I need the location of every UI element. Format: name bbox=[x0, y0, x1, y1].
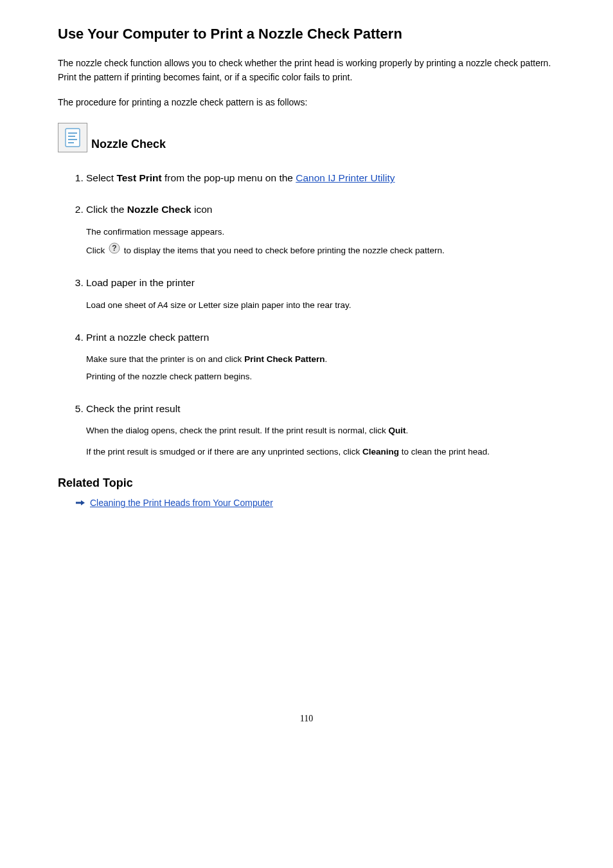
step-4-body-1b: . bbox=[324, 354, 327, 364]
step-2-body-2: Click ? to display the items that you ne… bbox=[86, 242, 555, 259]
printer-utility-link[interactable]: Canon IJ Printer Utility bbox=[296, 172, 395, 183]
help-icon: ? bbox=[109, 242, 120, 259]
step-2-title-post: icon bbox=[191, 204, 213, 215]
step-3-title: Load paper in the printer bbox=[86, 275, 555, 290]
intro-paragraph-2: The procedure for printing a nozzle chec… bbox=[58, 96, 555, 110]
step-2-body-1: The confirmation message appears. bbox=[86, 225, 555, 240]
step-5-body-1-bold: Quit bbox=[388, 426, 405, 435]
step-3: Load paper in the printer Load one sheet… bbox=[86, 275, 555, 312]
step-4: Print a nozzle check pattern Make sure t… bbox=[86, 330, 555, 384]
step-5-body-2b: to clean the print head. bbox=[399, 447, 490, 457]
step-5-body-2: If the print result is smudged or if the… bbox=[86, 445, 555, 460]
svg-rect-0 bbox=[66, 129, 80, 147]
arrow-right-icon bbox=[76, 500, 85, 506]
step-5-body-1b: . bbox=[405, 426, 408, 435]
step-5-body-1a: When the dialog opens, check the print r… bbox=[86, 426, 388, 435]
related-topic-row: Cleaning the Print Heads from Your Compu… bbox=[58, 498, 555, 508]
related-topic-heading: Related Topic bbox=[58, 476, 555, 490]
step-4-title: Print a nozzle check pattern bbox=[86, 330, 555, 345]
step-1-bold: Test Print bbox=[116, 172, 161, 183]
page-number: 110 bbox=[0, 714, 613, 737]
step-5: Check the print result When the dialog o… bbox=[86, 401, 555, 460]
step-3-body-1: Load one sheet of A4 size or Letter size… bbox=[86, 298, 555, 313]
step-5-title: Check the print result bbox=[86, 401, 555, 416]
step-5-body-2-bold: Cleaning bbox=[362, 447, 399, 457]
step-4-body-1-bold: Print Check Pattern bbox=[244, 354, 324, 364]
nozzle-check-section-header: Nozzle Check bbox=[58, 123, 555, 152]
steps-list: Select Test Print from the pop-up menu o… bbox=[58, 170, 555, 460]
section-heading: Nozzle Check bbox=[91, 138, 166, 151]
step-1-text-pre: Select bbox=[86, 172, 116, 183]
related-topic-link[interactable]: Cleaning the Print Heads from Your Compu… bbox=[90, 498, 273, 508]
step-4-body-1: Make sure that the printer is on and cli… bbox=[86, 352, 555, 367]
step-5-body-1: When the dialog opens, check the print r… bbox=[86, 424, 555, 439]
step-2-title-bold: Nozzle Check bbox=[127, 204, 191, 215]
step-4-body-2: Printing of the nozzle check pattern beg… bbox=[86, 370, 555, 384]
step-2: Click the Nozzle Check icon The confirma… bbox=[86, 202, 555, 258]
svg-text:?: ? bbox=[112, 244, 116, 253]
intro-paragraph-1: The nozzle check function allows you to … bbox=[58, 57, 555, 84]
page-title: Use Your Computer to Print a Nozzle Chec… bbox=[58, 26, 555, 42]
step-2-title-pre: Click the bbox=[86, 204, 127, 215]
nozzle-check-icon bbox=[58, 123, 87, 152]
step-1-text-mid: from the pop-up menu on the bbox=[162, 172, 296, 183]
step-1: Select Test Print from the pop-up menu o… bbox=[86, 170, 555, 185]
step-2-body-2b: to display the items that you need to ch… bbox=[121, 245, 445, 255]
step-5-body-2a: If the print result is smudged or if the… bbox=[86, 447, 362, 457]
step-2-body-2a: Click bbox=[86, 245, 107, 255]
step-4-body-1a: Make sure that the printer is on and cli… bbox=[86, 354, 244, 364]
